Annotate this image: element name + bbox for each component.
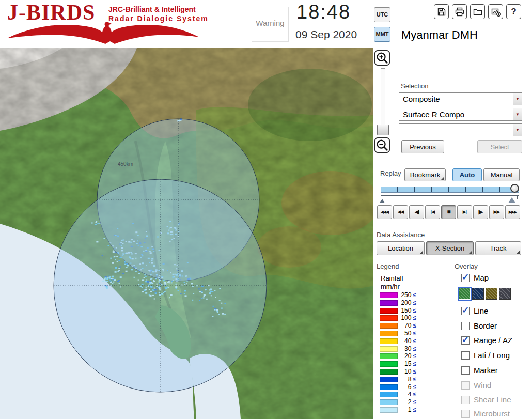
product-combo[interactable]: Surface R Compo▼	[399, 108, 522, 121]
auto-mode-button[interactable]: Auto	[452, 168, 482, 181]
legend-row-label: 10≤	[400, 369, 416, 375]
legend-value: 250	[401, 291, 411, 299]
legend-operator: ≤	[413, 330, 416, 337]
legend-operator: ≤	[413, 299, 416, 306]
mmt-button[interactable]: MMT	[374, 27, 390, 42]
map-style-olive-terrain[interactable]	[486, 288, 497, 300]
option-combo[interactable]: ▼	[399, 123, 522, 136]
chevron-down-icon[interactable]: ▼	[513, 93, 522, 105]
legend-operator: ≤	[413, 383, 416, 391]
overlay-option-label: Marker	[474, 366, 498, 375]
legend-value: 200	[401, 299, 411, 306]
legend-value: 8	[408, 376, 412, 383]
rewind-full-button[interactable]: ◀◀◀	[377, 205, 392, 219]
legend-color-swatch	[380, 308, 398, 314]
ruler-start-marker	[380, 199, 385, 203]
radar-map[interactable]: 450km	[0, 48, 373, 419]
legend-operator: ≤	[413, 391, 416, 398]
clock-date: 09 Sep 2020	[295, 28, 357, 41]
overlay-checkbox-map[interactable]: ✓	[461, 274, 470, 282]
rewind-button[interactable]: ◀◀	[393, 205, 408, 219]
legend-operator: ≤	[413, 291, 416, 299]
legend-value: 150	[401, 307, 411, 314]
overlay-checkbox-range-az[interactable]: ✓	[461, 336, 470, 345]
zoom-out-button[interactable]	[374, 137, 390, 153]
legend-operator: ≤	[413, 314, 416, 321]
eagle-icon	[5, 20, 201, 45]
map-style-gray-terrain[interactable]	[499, 288, 511, 300]
location-button[interactable]: Location	[377, 241, 425, 255]
zoom-in-button[interactable]	[374, 50, 390, 66]
previous-button[interactable]: Previous	[401, 140, 444, 153]
legend-color-swatch	[380, 353, 398, 359]
overlay-checkbox-wind	[461, 381, 470, 390]
check-icon: ✓	[462, 334, 469, 345]
zoom-slider-thumb[interactable]	[377, 125, 389, 135]
overlay-checkbox-shear-line	[461, 396, 470, 404]
radar-range-circle-south	[54, 179, 267, 392]
overlay-checkbox-marker[interactable]	[461, 366, 470, 375]
map-style-navy-terrain[interactable]	[472, 288, 484, 300]
overlay-checkbox-line[interactable]: ✓	[461, 307, 470, 315]
timeline-thumb[interactable]	[510, 184, 519, 193]
legend-row-label: 200≤	[400, 300, 416, 306]
overlay-checkbox-lati-long[interactable]	[461, 351, 470, 360]
check-icon: ✓	[462, 272, 469, 283]
legend-value: 30	[404, 345, 411, 352]
export-image-button[interactable]	[488, 4, 503, 19]
legend-value: 10	[404, 368, 411, 375]
jbirds-app: J-BIRDS JRC-Brilliant & Intelligent Rada…	[0, 0, 532, 419]
fast-forward-button[interactable]: ▶▶	[489, 205, 504, 219]
station-list[interactable]	[398, 47, 530, 72]
forward-full-button[interactable]: ▶▶▶	[505, 205, 520, 219]
map-style-green-terrain[interactable]	[459, 288, 471, 300]
overlay-option-label: Range / AZ	[474, 336, 512, 345]
overlay-option-label: Wind	[474, 381, 491, 390]
utc-button[interactable]: UTC	[374, 7, 390, 22]
magnifier-minus-icon	[375, 138, 389, 152]
legend-row-label: 30≤	[400, 346, 416, 352]
overlay-option-label: Map	[474, 273, 489, 282]
step-back-button[interactable]: |◀	[425, 205, 440, 219]
warning-label: Warning	[252, 19, 288, 27]
overlay-checkbox-border[interactable]	[461, 322, 470, 330]
chevron-down-icon[interactable]: ▼	[513, 108, 522, 120]
x-section-button[interactable]: X-Section	[426, 241, 474, 255]
legend-row-label: 40≤	[400, 338, 416, 344]
legend-value: 40	[404, 337, 411, 345]
select-button[interactable]: Select	[477, 140, 522, 153]
legend-value: 1	[408, 406, 412, 413]
legend-value: 6	[408, 383, 412, 391]
legend-row-label: 4≤	[400, 392, 416, 397]
overlay-option-label: Shear Line	[474, 395, 511, 404]
step-forward-button[interactable]: ▶|	[457, 205, 472, 219]
legend-value: 100	[401, 314, 411, 321]
open-file-button[interactable]	[470, 4, 485, 19]
stop-button[interactable]: ■	[441, 205, 456, 219]
save-button[interactable]	[434, 4, 449, 19]
printer-icon	[455, 7, 465, 17]
bookmark-button[interactable]: Bookmark	[404, 168, 446, 181]
legend-unit: mm/hr	[381, 283, 400, 290]
data-assistance-label: Data Assistance	[377, 231, 425, 239]
play-button[interactable]: ▶	[473, 205, 488, 219]
manual-mode-button[interactable]: Manual	[483, 168, 520, 181]
print-button[interactable]	[452, 4, 467, 19]
legend-operator: ≤	[413, 352, 416, 360]
timeline-loaded-bar[interactable]	[381, 187, 519, 193]
legend-row-label: 1≤	[400, 407, 416, 413]
legend-color-swatch	[380, 369, 398, 375]
clock-time: 18:48	[296, 1, 351, 23]
help-button[interactable]: ?	[506, 4, 521, 19]
legend-title: Rainfall	[381, 274, 403, 282]
timeline-ruler[interactable]	[381, 195, 519, 204]
overlay-checkbox-microburst	[461, 410, 470, 418]
category-combo[interactable]: Composite▼	[399, 92, 522, 105]
ruler-position-marker[interactable]	[508, 197, 515, 203]
play-reverse-button[interactable]: ◀	[409, 205, 424, 219]
legend-color-swatch	[380, 323, 398, 329]
overlay-label: Overlay	[455, 262, 478, 270]
legend-value: 20	[404, 352, 411, 360]
chevron-down-icon[interactable]: ▼	[513, 124, 522, 136]
track-button[interactable]: Track	[475, 241, 521, 255]
